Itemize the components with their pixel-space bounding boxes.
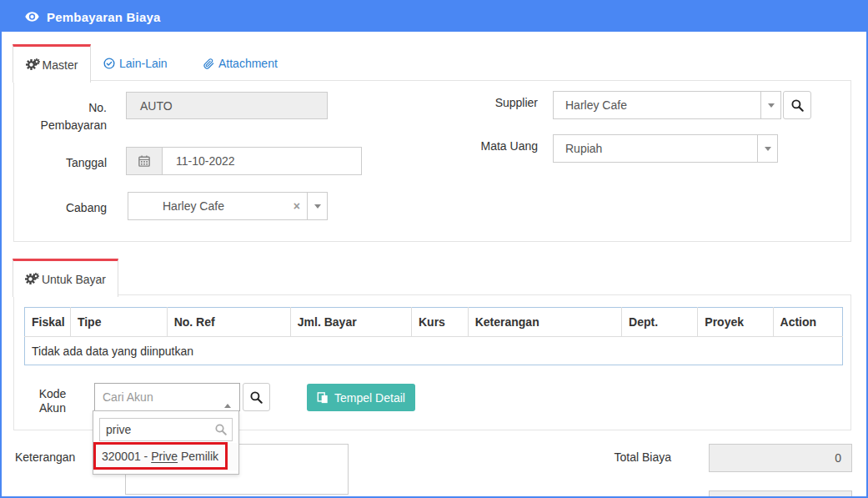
caret-down-icon — [765, 147, 771, 151]
tab-attachment[interactable]: Attachment — [203, 44, 278, 83]
keterangan-label: Keterangan — [15, 450, 75, 464]
cogs-icon — [26, 58, 40, 71]
tab-lain-lain[interactable]: Lain-Lain — [103, 44, 168, 83]
tab-master[interactable]: Master — [13, 44, 91, 83]
partial-bottom-input — [709, 490, 852, 498]
supplier-value: Harley Cafe — [554, 98, 627, 112]
column-header-keterangan: Keterangan — [468, 308, 621, 337]
cabang-value: Harley Cafe — [128, 199, 224, 213]
tab-lain-lain-label: Lain-Lain — [119, 57, 168, 70]
tanggal-input-group[interactable]: 11-10-2022 — [126, 147, 362, 175]
paste-icon — [317, 392, 329, 404]
total-biaya-label: Total Biaya — [600, 450, 671, 464]
eye-icon — [25, 12, 39, 22]
mata-uang-caret[interactable] — [757, 135, 777, 162]
account-option-prefix: 320001 - — [102, 450, 151, 463]
window-titlebar: Pembayaran Biaya — [2, 2, 866, 32]
search-icon — [791, 99, 804, 112]
column-header-action: Action — [773, 308, 842, 337]
cabang-caret[interactable] — [307, 193, 327, 219]
column-header-tipe: Tipe — [70, 308, 167, 337]
total-biaya-input: 0 — [709, 444, 852, 472]
search-icon — [250, 391, 263, 404]
kode-akun-select[interactable]: Cari Akun — [94, 383, 240, 411]
tanggal-value: 11-10-2022 — [163, 154, 235, 168]
calendar-icon[interactable] — [127, 148, 163, 174]
column-header-dept: Dept. — [622, 308, 698, 337]
kode-akun-placeholder: Cari Akun — [95, 390, 153, 404]
column-header-proyek: Proyek — [698, 308, 773, 337]
account-option-match: Prive — [151, 450, 178, 463]
account-option-prive-pemilik[interactable]: 320001 - Prive Pemilik — [94, 443, 238, 470]
table-empty-row: Tidak ada data yang diinputkan — [25, 337, 843, 365]
paperclip-icon — [203, 58, 214, 69]
mata-uang-label: Mata Uang — [451, 139, 538, 153]
tab-untuk-bayar[interactable]: Untuk Bayar — [13, 259, 118, 297]
mata-uang-select[interactable]: Rupiah — [553, 134, 778, 163]
account-option-suffix: Pemilik — [178, 450, 218, 463]
tanggal-label: Tanggal — [30, 156, 107, 169]
circle-check-icon — [103, 58, 115, 69]
no-pembayaran-label: No. Pembayaran — [30, 99, 107, 134]
table-empty-message: Tidak ada data yang diinputkan — [25, 337, 843, 365]
tab-untuk-bayar-label: Untuk Bayar — [42, 273, 106, 286]
column-header-fiskal: Fiskal — [25, 308, 71, 337]
table-header-row: Fiskal Tipe No. Ref Jml. Bayar Kurs Kete… — [25, 308, 843, 337]
page-title: Pembayaran Biaya — [47, 10, 161, 24]
tempel-detail-button[interactable]: Tempel Detail — [307, 384, 415, 411]
no-pembayaran-input: AUTO — [126, 92, 328, 119]
supplier-search-button[interactable] — [783, 91, 811, 119]
cabang-label: Cabang — [30, 201, 107, 214]
account-search-input[interactable] — [99, 418, 233, 441]
column-header-jml-bayar: Jml. Bayar — [290, 308, 411, 337]
caret-down-icon — [314, 204, 321, 209]
supplier-caret[interactable] — [760, 92, 780, 118]
pembayaran-biaya-window: Pembayaran Biaya Master Lain-Lain Attach… — [0, 0, 868, 498]
master-panel: No. Pembayaran AUTO Tanggal 11-10-2022 C… — [13, 80, 851, 242]
column-header-no-ref: No. Ref — [167, 308, 290, 337]
caret-up-icon — [224, 390, 231, 404]
kode-akun-label: Kode Akun — [26, 387, 79, 415]
kode-akun-search-button[interactable] — [243, 383, 270, 411]
tempel-detail-label: Tempel Detail — [334, 391, 405, 405]
cogs-icon — [25, 273, 39, 285]
cabang-select[interactable]: Harley Cafe × — [128, 192, 328, 220]
supplier-label: Supplier — [451, 96, 538, 109]
tab-master-label: Master — [43, 58, 78, 72]
caret-down-icon — [768, 103, 775, 108]
kode-akun-dropdown: 320001 - Prive Pemilik — [93, 410, 239, 475]
column-header-kurs: Kurs — [411, 308, 468, 337]
untuk-bayar-table: Fiskal Tipe No. Ref Jml. Bayar Kurs Kete… — [24, 307, 843, 365]
tab-attachment-label: Attachment — [218, 57, 278, 70]
supplier-select[interactable]: Harley Cafe — [553, 91, 781, 119]
search-icon — [215, 424, 227, 438]
mata-uang-value: Rupiah — [554, 142, 602, 155]
cabang-clear-icon[interactable]: × — [294, 199, 300, 213]
